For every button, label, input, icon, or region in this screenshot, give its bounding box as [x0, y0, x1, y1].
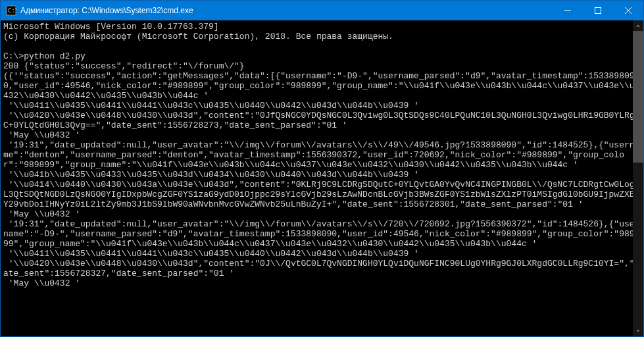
- terminal-output: Microsoft Windows [Version 10.0.17763.37…: [3, 22, 641, 288]
- window-title: Администратор: C:\Windows\System32\cmd.e…: [20, 6, 553, 15]
- scroll-down-arrow[interactable]: [633, 326, 643, 336]
- close-button[interactable]: [613, 1, 643, 20]
- window-controls: [553, 1, 643, 20]
- terminal-area[interactable]: Microsoft Windows [Version 10.0.17763.37…: [1, 20, 643, 336]
- cmd-icon: C:\: [6, 5, 16, 16]
- vertical-scrollbar[interactable]: [633, 20, 643, 336]
- scrollbar-thumb[interactable]: [633, 31, 643, 163]
- svg-text:C:\: C:\: [8, 7, 16, 14]
- maximize-button[interactable]: [583, 1, 613, 20]
- minimize-button[interactable]: [553, 1, 583, 20]
- cmd-window: C:\ Администратор: C:\Windows\System32\c…: [0, 0, 644, 337]
- scroll-up-arrow[interactable]: [633, 20, 643, 31]
- titlebar[interactable]: C:\ Администратор: C:\Windows\System32\c…: [1, 1, 643, 20]
- svg-rect-3: [595, 8, 601, 14]
